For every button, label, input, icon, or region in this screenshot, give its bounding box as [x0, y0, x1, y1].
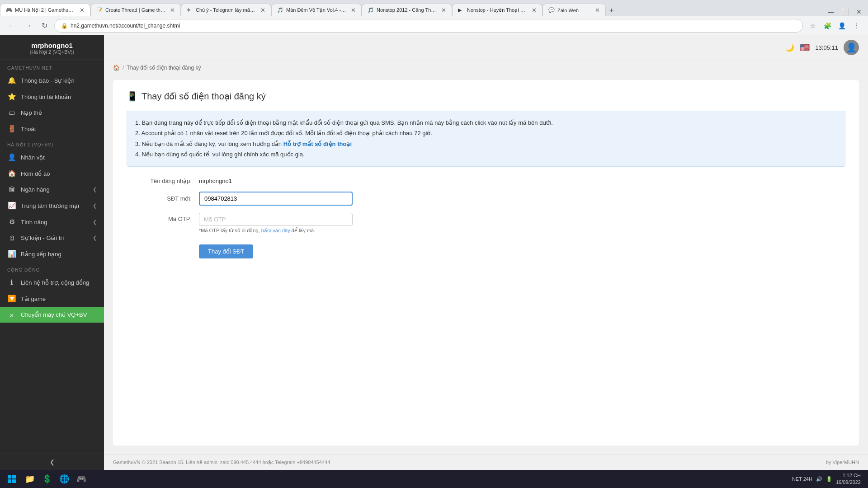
lost-phone-link[interactable]: Hỗ trợ mất số điện thoại [283, 141, 352, 147]
svg-rect-1 [12, 475, 16, 479]
close-button[interactable]: ✕ [854, 7, 864, 16]
extension-button[interactable]: 🧩 [821, 19, 834, 32]
market-icon: 📈 [7, 202, 16, 210]
dark-mode-icon[interactable]: 🌙 [785, 43, 794, 52]
top-bar: 🌙 🇺🇸 13:05:11 👤 [104, 35, 868, 60]
browser-tabs: 🎮 MU Hà Nội 2 | GamethuVN.net ✕ 📝 Create… [0, 0, 868, 16]
username-label: Tên đăng nhập: [127, 178, 199, 184]
svg-rect-3 [12, 479, 16, 483]
tab-title-1: MU Hà Nội 2 | GamethuVN.net [15, 7, 75, 13]
browser-nav: ← → ↻ 🔒 hn2.gamethuvn.net/account/tel_ch… [0, 16, 868, 35]
sidebar-item-label: Sự kiện - Giải trí [21, 235, 88, 241]
sidebar-item-label: Nhân vật [21, 154, 97, 161]
server-icon: » [7, 311, 16, 319]
taskbar-app-files[interactable]: 📁 [22, 471, 38, 487]
windows-icon [7, 474, 16, 483]
sidebar-item-logout[interactable]: 🚪 Thoát [0, 121, 104, 137]
sidebar-item-support[interactable]: ℹ Liên hệ hỗ trợ, cộng đồng [0, 274, 104, 291]
taskbar-clock: 1:12 CH [836, 472, 861, 479]
info-box: 1. Bạn dùng trang này để trực tiếp đổi s… [127, 111, 845, 167]
sidebar-item-character[interactable]: 👤 Nhân vật [0, 149, 104, 165]
sidebar-item-events[interactable]: 🗓 Sự kiện - Giải trí ❮ [0, 230, 104, 246]
tab-title-6: Nonstop - Huyền Thoại 7x... [467, 7, 527, 13]
user-avatar[interactable]: 👤 [844, 40, 859, 55]
breadcrumb-separator: / [123, 65, 124, 71]
language-flag[interactable]: 🇺🇸 [800, 42, 810, 52]
otp-input[interactable] [199, 213, 353, 226]
download-icon: 🔽 [7, 295, 16, 303]
tab-close-5[interactable]: ✕ [441, 7, 446, 14]
sidebar-item-topup[interactable]: 🗂 Nạp thẻ [0, 105, 104, 121]
tab-close-6[interactable]: ✕ [532, 7, 537, 14]
taskbar-app-browser[interactable]: 🌐 [56, 471, 72, 487]
forward-button[interactable]: → [22, 19, 34, 32]
tab-close-7[interactable]: ✕ [595, 7, 600, 14]
phone-input[interactable] [199, 192, 353, 206]
sidebar-item-rankings[interactable]: 📊 Bảng xếp hạng [0, 246, 104, 262]
sidebar-item-label: Nạp thẻ [21, 109, 97, 116]
sidebar-item-market[interactable]: 📈 Trung tâm thương mại ❮ [0, 197, 104, 214]
sidebar-item-label: Hòm đồ áo [21, 170, 97, 177]
maximize-button[interactable]: ⬜ [839, 7, 852, 16]
sidebar-item-label: Thông báo - Sự kiện [21, 77, 97, 84]
tab-close-2[interactable]: ✕ [170, 7, 175, 14]
tab-4[interactable]: 🎵 Màn Đêm Vô Tận Vol.4 - DJ - N... ✕ [271, 4, 362, 16]
footer-copyright: GamethuVN © 2021 Season 15. Liên hệ admi… [113, 460, 330, 465]
tab-5[interactable]: 🎵 Nonstop 2012 - Căng Thật Là C... ✕ [362, 4, 452, 16]
sidebar-item-features[interactable]: ⚙ Tính năng ❮ [0, 214, 104, 230]
taskbar-app-game[interactable]: 🎮 [73, 471, 90, 487]
info-line-3: 3. Nếu bạn đã mất số đăng ký, vui lòng x… [135, 139, 837, 149]
app-layout: mrphongno1 (Hà Nội 2 (VQ+BV)) GAMETHUVN.… [0, 35, 868, 470]
taskbar-net: NET 24H [792, 476, 812, 482]
tab-close-1[interactable]: ✕ [80, 7, 85, 14]
chevron-right-icon: ❮ [93, 187, 97, 192]
otp-row: Mã OTP: *Mã OTP lấy từ số di động, bấm v… [127, 213, 845, 234]
bell-icon: 🔔 [7, 76, 16, 84]
submit-button[interactable]: Thay đổi SĐT [199, 244, 253, 258]
page-title-text: Thay đổi số điện thoại đăng ký [142, 91, 266, 102]
start-button[interactable] [4, 471, 20, 487]
taskbar: 📁 💲 🌐 🎮 NET 24H 🔊 🔋 1:12 CH 16/09/2022 [0, 470, 868, 488]
refresh-button[interactable]: ↻ [38, 19, 51, 32]
sidebar-item-label: Trung tâm thương mại [21, 202, 88, 209]
section-label-2: HÀ NỘI 2 (VQ+BV) [0, 137, 104, 149]
tab-3[interactable]: ✈ Chú ý - Telegram lấy mã OTP m... ✕ [181, 4, 271, 16]
menu-button[interactable]: ⋮ [850, 19, 863, 32]
new-tab-button[interactable]: + [606, 5, 617, 16]
section-label-3: CỘNG ĐỒNG [0, 262, 104, 274]
profile-button[interactable]: 👤 [835, 19, 848, 32]
back-button[interactable]: ← [5, 19, 18, 32]
sidebar-item-switch-server[interactable]: » Chuyển máy chủ VQ+BV [0, 307, 104, 323]
character-icon: 👤 [7, 153, 16, 161]
info-line-1: 1. Bạn dùng trang này để trực tiếp đổi s… [135, 117, 837, 128]
sidebar-item-account[interactable]: ⭐ Thông tin tài khoản [0, 89, 104, 105]
ranking-icon: 📊 [7, 250, 16, 258]
tab-favicon-5: 🎵 [368, 7, 374, 14]
address-bar[interactable]: 🔒 hn2.gamethuvn.net/account/tel_change.s… [54, 19, 803, 33]
breadcrumb-home[interactable]: 🏠 [113, 65, 120, 71]
taskbar-battery-icon: 🔋 [826, 476, 832, 482]
tab-close-3[interactable]: ✕ [260, 7, 265, 14]
sidebar-item-bank[interactable]: 🏛 Ngân hàng ❮ [0, 182, 104, 197]
taskbar-apps: 📁 💲 🌐 🎮 [22, 471, 90, 487]
tab-close-4[interactable]: ✕ [351, 7, 356, 14]
tab-1[interactable]: 🎮 MU Hà Nội 2 | GamethuVN.net ✕ [0, 4, 90, 16]
taskbar-volume-icon[interactable]: 🔊 [816, 476, 822, 482]
minimize-button[interactable]: — [825, 7, 837, 16]
otp-hint: *Mã OTP lấy từ số di động, bấm vào đây đ… [199, 228, 353, 234]
page-title: 📱 Thay đổi số điện thoại đăng ký [127, 91, 845, 102]
sidebar-item-inventory[interactable]: 🏠 Hòm đồ áo [0, 165, 104, 182]
sidebar-item-download[interactable]: 🔽 Tải game [0, 291, 104, 307]
tab-6[interactable]: ▶ Nonstop - Huyền Thoại 7x... ✕ [452, 4, 542, 16]
section-label-1: GAMETHUVN.NET [0, 60, 104, 72]
bookmark-button[interactable]: ☆ [807, 19, 819, 32]
svg-rect-2 [8, 479, 11, 483]
sidebar-item-notifications[interactable]: 🔔 Thông báo - Sự kiện [0, 72, 104, 89]
sidebar-collapse-button[interactable]: ❮ [0, 454, 104, 470]
chevron-right-icon: ❮ [93, 235, 97, 241]
taskbar-app-dollar[interactable]: 💲 [39, 471, 55, 487]
get-otp-link[interactable]: bấm vào đây [261, 228, 290, 233]
tab-7[interactable]: 💬 Zalo Web ✕ [542, 4, 606, 16]
bag-icon: 🏠 [7, 169, 16, 178]
tab-2[interactable]: 📝 Create Thread | Game thủ Việt ... ✕ [90, 4, 181, 16]
